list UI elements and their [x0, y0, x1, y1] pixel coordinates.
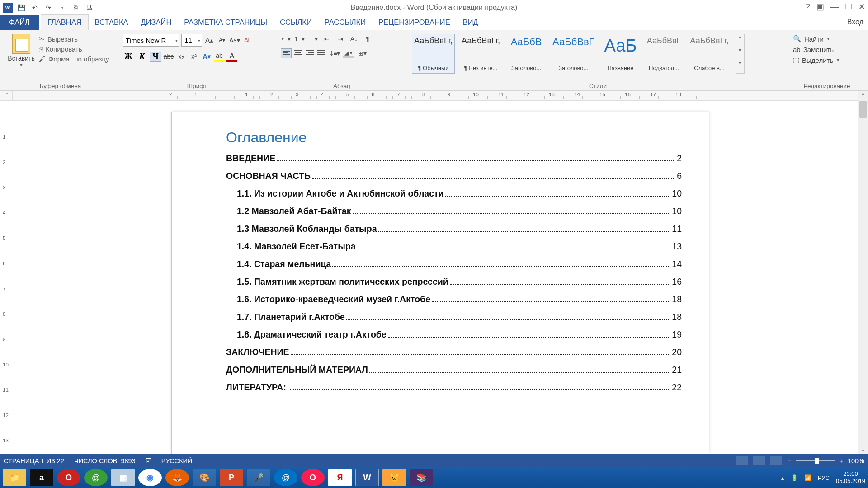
help-icon[interactable]: ?: [806, 2, 810, 12]
tab-file[interactable]: ФАЙЛ: [0, 15, 39, 30]
tray-arrow-icon[interactable]: ▴: [781, 474, 784, 481]
task-word-icon[interactable]: W: [355, 469, 379, 486]
find-button[interactable]: 🔍Найти▼: [793, 35, 861, 43]
style-item[interactable]: АаБбВвГг,¶ Без инте...: [459, 34, 502, 74]
styles-more-button[interactable]: ▴▾▾: [736, 34, 745, 74]
style-item[interactable]: АаБбВвГПодзагол...: [645, 34, 684, 74]
tab-дизайн[interactable]: ДИЗАЙН: [135, 15, 178, 30]
document-area[interactable]: Оглавление ВВЕДЕНИЕ2ОСНОВНАЯ ЧАСТЬ61.1. …: [13, 101, 868, 454]
toc-entry[interactable]: ВВЕДЕНИЕ2: [226, 153, 682, 164]
font-size-combo[interactable]: 11: [181, 34, 202, 47]
undo-icon[interactable]: ↶: [30, 3, 40, 13]
close-icon[interactable]: ✕: [859, 2, 865, 12]
shading-icon[interactable]: ◢▾: [343, 48, 354, 58]
align-right-button[interactable]: [304, 48, 315, 58]
ribbon-options-icon[interactable]: ▣: [816, 2, 824, 12]
toc-entry[interactable]: 1.4. Мавзолей Есет-Батыра13: [226, 241, 682, 252]
new-doc-icon[interactable]: ▫: [57, 3, 67, 13]
vertical-scrollbar[interactable]: ▲ ▼: [858, 91, 868, 454]
subscript-button[interactable]: x₂: [176, 51, 187, 62]
font-name-combo[interactable]: Times New R: [123, 34, 179, 47]
tab-вид[interactable]: ВИД: [457, 15, 485, 30]
highlight-icon[interactable]: ab: [214, 51, 225, 62]
save-icon[interactable]: 💾: [16, 3, 26, 13]
login-link[interactable]: Вход: [847, 18, 863, 26]
strike-button[interactable]: abc: [163, 51, 174, 62]
zoom-out-icon[interactable]: −: [788, 457, 791, 465]
cut-button[interactable]: ✂Вырезать: [39, 35, 109, 43]
change-case-icon[interactable]: Aa▾: [229, 35, 240, 46]
justify-button[interactable]: [316, 48, 327, 58]
print-icon[interactable]: 🖶: [84, 3, 94, 13]
redo-icon[interactable]: ↷: [43, 3, 53, 13]
increase-indent-icon[interactable]: ⇥: [335, 34, 346, 44]
toc-entry[interactable]: 1.8. Драматический театр г.Актобе19: [226, 329, 682, 340]
select-button[interactable]: ⬚Выделить▼: [793, 56, 861, 64]
task-outlook-icon[interactable]: @: [274, 469, 297, 486]
clear-format-icon[interactable]: A⃠: [242, 35, 253, 46]
grow-font-icon[interactable]: A▴: [204, 35, 215, 46]
status-proofing-icon[interactable]: ☑: [146, 457, 151, 465]
style-item[interactable]: АаБбВвГЗаголово...: [550, 34, 596, 74]
underline-button[interactable]: Ч: [150, 52, 161, 62]
zoom-in-icon[interactable]: +: [839, 457, 843, 465]
borders-icon[interactable]: ⊞▾: [357, 48, 368, 58]
shrink-font-icon[interactable]: A▾: [217, 35, 227, 46]
replace-button[interactable]: abЗаменить: [793, 46, 861, 53]
format-painter-button[interactable]: 🖌Формат по образцу: [39, 55, 109, 63]
show-marks-icon[interactable]: ¶: [362, 34, 373, 44]
copy-button[interactable]: ⎘Копировать: [39, 45, 109, 53]
style-item[interactable]: АаБНазвание: [601, 34, 640, 74]
line-spacing-icon[interactable]: ‡≡▾: [330, 48, 340, 58]
superscript-button[interactable]: x²: [189, 51, 199, 62]
task-amazon-icon[interactable]: a: [30, 469, 53, 486]
view-read-icon[interactable]: [736, 456, 748, 465]
task-winrar-icon[interactable]: 📚: [410, 469, 433, 486]
view-web-icon[interactable]: [770, 456, 782, 465]
tab-рассылки[interactable]: РАССЫЛКИ: [318, 15, 372, 30]
zoom-slider[interactable]: − + 100%: [788, 457, 864, 465]
bold-button[interactable]: Ж: [123, 52, 134, 61]
tab-главная[interactable]: ГЛАВНАЯ: [41, 14, 89, 30]
sort-icon[interactable]: A↓: [349, 34, 359, 44]
view-print-icon[interactable]: [753, 456, 765, 465]
paste-button[interactable]: Вставить ▼: [7, 34, 35, 67]
task-chrome-icon[interactable]: ◉: [138, 469, 162, 486]
toc-entry[interactable]: 1.5. Памятник жертвам политических репре…: [226, 277, 682, 287]
tab-ссылки[interactable]: ССЫЛКИ: [274, 15, 318, 30]
style-item[interactable]: АаБбВвГг,¶ Обычный: [412, 34, 455, 74]
numbering-icon[interactable]: 1≡▾: [294, 34, 305, 44]
toc-entry[interactable]: 1.1. Из истории Актобе и Актюбинской обл…: [226, 188, 682, 199]
italic-button[interactable]: К: [136, 52, 148, 61]
task-mail-icon[interactable]: @: [84, 469, 108, 486]
tab-рецензирование[interactable]: РЕЦЕНЗИРОВАНИЕ: [372, 15, 457, 30]
task-opera-icon[interactable]: O: [57, 469, 80, 486]
toc-entry[interactable]: 1.2 Мавзолей Абат-Байтак10: [226, 206, 682, 216]
style-item[interactable]: АаБбВЗаголово...: [507, 34, 546, 74]
zoom-value[interactable]: 100%: [848, 457, 864, 465]
text-effects-icon[interactable]: A▾: [201, 51, 212, 62]
status-words[interactable]: ЧИСЛО СЛОВ: 9893: [74, 457, 136, 465]
task-mic-icon[interactable]: 🎤: [247, 469, 270, 486]
toc-entry[interactable]: ОСНОВНАЯ ЧАСТЬ6: [226, 171, 682, 181]
task-powerpoint-icon[interactable]: P: [220, 469, 243, 486]
tab-вставка[interactable]: ВСТАВКА: [89, 15, 135, 30]
status-language[interactable]: РУССКИЙ: [161, 457, 193, 465]
multilevel-icon[interactable]: ≣▾: [308, 34, 319, 44]
toc-entry[interactable]: ЛИТЕРАТУРА:22: [226, 382, 682, 393]
task-firefox-icon[interactable]: 🦊: [165, 469, 189, 486]
task-yandex-icon[interactable]: Я: [328, 469, 352, 486]
decrease-indent-icon[interactable]: ⇤: [321, 34, 332, 44]
task-opera2-icon[interactable]: O: [301, 469, 325, 486]
open-icon[interactable]: ⎘: [71, 3, 80, 13]
status-page[interactable]: СТРАНИЦА 1 ИЗ 22: [4, 457, 64, 465]
tray-network-icon[interactable]: 📶: [804, 474, 811, 481]
task-explorer-icon[interactable]: 📁: [3, 469, 26, 486]
toc-entry[interactable]: 1.4. Старая мельница14: [226, 259, 682, 269]
toc-entry[interactable]: 1.3 Мавзолей Кобланды батыра11: [226, 224, 682, 234]
tab-разметка страницы[interactable]: РАЗМЕТКА СТРАНИЦЫ: [178, 15, 274, 30]
tray-clock[interactable]: 23:00 05.05.2019: [836, 470, 865, 484]
align-left-button[interactable]: [281, 48, 292, 58]
align-center-button[interactable]: [292, 48, 303, 58]
page[interactable]: Оглавление ВВЕДЕНИЕ2ОСНОВНАЯ ЧАСТЬ61.1. …: [171, 112, 709, 454]
